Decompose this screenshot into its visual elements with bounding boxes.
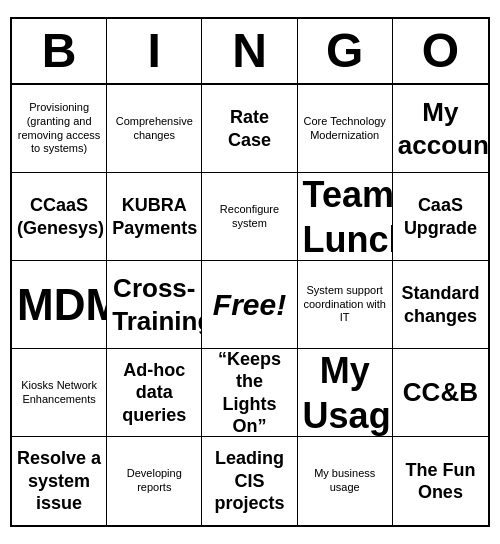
bingo-cell-r4c5: CC&B <box>393 349 488 437</box>
bingo-cell-r2c4: Team Lunch <box>298 173 393 261</box>
bingo-card: BINGO Provisioning (granting and removin… <box>10 17 490 527</box>
bingo-cell-r1c1: Provisioning (granting and removing acce… <box>12 85 107 173</box>
bingo-cell-r5c4: My business usage <box>298 437 393 525</box>
bingo-cell-r3c2: Cross-Training <box>107 261 202 349</box>
bingo-cell-r3c1: MDM <box>12 261 107 349</box>
bingo-cell-r3c4: System support coordination with IT <box>298 261 393 349</box>
header-letter-g: G <box>298 19 393 83</box>
bingo-cell-r3c5: Standard changes <box>393 261 488 349</box>
bingo-cell-r1c2: Comprehensive changes <box>107 85 202 173</box>
bingo-cell-r1c3: Rate Case <box>202 85 297 173</box>
bingo-cell-r1c5: My account <box>393 85 488 173</box>
bingo-cell-r4c3: “Keeps the Lights On” <box>202 349 297 437</box>
bingo-cell-r5c5: The Fun Ones <box>393 437 488 525</box>
header-letter-n: N <box>202 19 297 83</box>
bingo-cell-r5c2: Developing reports <box>107 437 202 525</box>
bingo-cell-r3c3: Free! <box>202 261 297 349</box>
bingo-cell-r1c4: Core Technology Modernization <box>298 85 393 173</box>
bingo-cell-r2c2: KUBRA Payments <box>107 173 202 261</box>
header-letter-i: I <box>107 19 202 83</box>
header-letter-b: B <box>12 19 107 83</box>
bingo-cell-r2c3: Reconfigure system <box>202 173 297 261</box>
bingo-cell-r5c1: Resolve a system issue <box>12 437 107 525</box>
bingo-cell-r4c2: Ad-hoc data queries <box>107 349 202 437</box>
bingo-cell-r4c1: Kiosks Network Enhancements <box>12 349 107 437</box>
bingo-cell-r2c1: CCaaS (Genesys) <box>12 173 107 261</box>
bingo-cell-r5c3: Leading CIS projects <box>202 437 297 525</box>
bingo-grid: Provisioning (granting and removing acce… <box>12 85 488 525</box>
header-letter-o: O <box>393 19 488 83</box>
bingo-header: BINGO <box>12 19 488 85</box>
bingo-cell-r4c4: My Usage <box>298 349 393 437</box>
bingo-cell-r2c5: CaaS Upgrade <box>393 173 488 261</box>
